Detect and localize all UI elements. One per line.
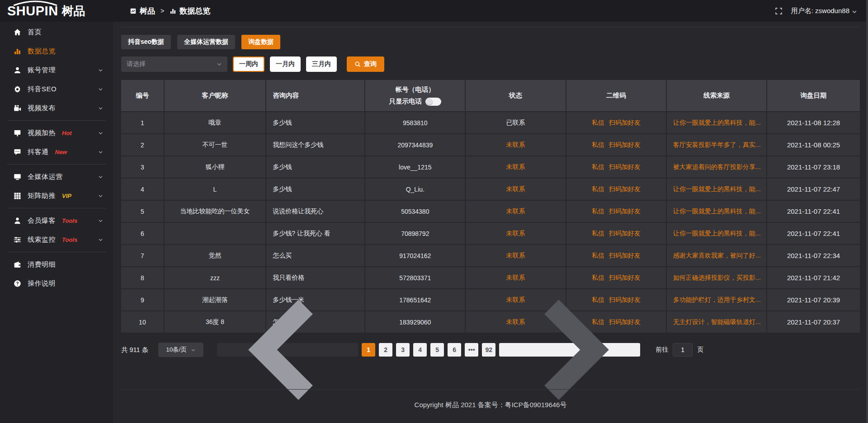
- prev-page-button[interactable]: [217, 343, 358, 357]
- sidebar-item[interactable]: 数据总览: [0, 42, 113, 61]
- source-link[interactable]: 感谢大家喜欢我家，被问了好...: [673, 252, 761, 259]
- chevron-down-icon: [98, 106, 103, 111]
- private-message-link[interactable]: 私信: [592, 119, 604, 126]
- col-header-id: 编号: [121, 80, 164, 112]
- scan-add-friend-link[interactable]: 扫码加好友: [609, 163, 641, 170]
- scan-add-friend-link[interactable]: 扫码加好友: [609, 141, 641, 148]
- sidebar-item[interactable]: 会员爆客 Tools: [0, 211, 113, 230]
- cell-qrcode: 私信 扫码加好友: [566, 244, 666, 267]
- app-logo: SHUPIN 树品: [0, 0, 113, 22]
- logo-text-cn: 树品: [62, 3, 85, 19]
- breadcrumb-item-current[interactable]: 数据总览: [170, 6, 210, 16]
- range-buttons: 一周内 一月内 三月内: [233, 56, 337, 72]
- private-message-link[interactable]: 私信: [592, 185, 604, 193]
- sidebar-item[interactable]: 视频发布: [0, 99, 113, 118]
- range-button[interactable]: 三月内: [306, 56, 337, 72]
- private-message-link[interactable]: 私信: [592, 252, 604, 259]
- sidebar-item[interactable]: 抖音SEO: [0, 80, 113, 99]
- sidebar-item-badge: New: [55, 149, 67, 155]
- sidebar-item-icon: [14, 85, 21, 93]
- scan-add-friend-link[interactable]: 扫码加好友: [609, 207, 641, 215]
- cell-source: 让你一眼就爱上的黑科技，能...: [666, 222, 767, 244]
- page-number-button[interactable]: 4: [413, 343, 427, 357]
- breadcrumb-item-home[interactable]: 树品: [130, 6, 155, 16]
- source-link[interactable]: 被大家追着问的客厅投影分享...: [673, 163, 761, 170]
- sidebar-item[interactable]: 矩阵助推 VIP: [0, 186, 113, 205]
- toggle-knob: [426, 99, 433, 105]
- page-number-button[interactable]: 3: [396, 343, 410, 357]
- page-number-button[interactable]: 1: [362, 343, 375, 357]
- phone-only-toggle[interactable]: [425, 98, 441, 106]
- range-button[interactable]: 一月内: [270, 56, 301, 72]
- data-tab[interactable]: 全媒体运营数据: [177, 35, 235, 49]
- next-page-button[interactable]: [499, 343, 640, 357]
- scan-add-friend-link[interactable]: 扫码加好友: [609, 185, 641, 193]
- page-size-select[interactable]: 10条/页: [158, 343, 203, 357]
- col-header-status: 状态: [465, 80, 566, 112]
- fullscreen-icon[interactable]: [775, 7, 783, 15]
- source-link[interactable]: 让你一眼就爱上的黑科技，能...: [673, 119, 761, 126]
- cell-content: 说说价格让我死心: [266, 200, 365, 222]
- source-link[interactable]: 客厅安装投影半年多了，真实...: [673, 141, 761, 148]
- private-message-link[interactable]: 私信: [592, 207, 604, 215]
- page-number-button[interactable]: •••: [465, 343, 478, 357]
- page-number-button[interactable]: 5: [430, 343, 444, 357]
- goto-page-input[interactable]: [673, 343, 693, 357]
- goto-suffix: 页: [697, 346, 703, 354]
- scan-add-friend-link[interactable]: 扫码加好友: [609, 274, 641, 281]
- page-number-button[interactable]: 6: [448, 343, 461, 357]
- scan-add-friend-link[interactable]: 扫码加好友: [609, 230, 641, 237]
- page-number-button[interactable]: 92: [482, 343, 495, 357]
- source-link[interactable]: 多功能护栏灯，适用于乡村文...: [673, 296, 761, 303]
- private-message-link[interactable]: 私信: [592, 141, 604, 148]
- source-link[interactable]: 让你一眼就爱上的黑科技，能...: [673, 230, 761, 237]
- page-number-button[interactable]: 2: [379, 343, 392, 357]
- chevron-down-icon: [98, 237, 103, 242]
- scrollbar-track[interactable]: [866, 0, 868, 423]
- cell-content: 多少钱: [266, 112, 365, 134]
- source-link[interactable]: 让你一眼就爱上的黑科技，能...: [673, 207, 761, 215]
- sidebar-item[interactable]: 抖客通 New: [0, 142, 113, 161]
- cell-date: 2021-11-07 20:37: [767, 311, 860, 333]
- private-message-link[interactable]: 私信: [592, 230, 604, 237]
- sidebar-divider: [7, 164, 106, 164]
- data-tab[interactable]: 抖音seo数据: [121, 35, 171, 49]
- account-select[interactable]: 请选择: [121, 56, 227, 72]
- logo-text-en: SHUPIN: [7, 5, 58, 18]
- cell-status: 未联系: [465, 178, 566, 200]
- private-message-link[interactable]: 私信: [592, 274, 604, 281]
- sidebar-divider: [7, 252, 106, 252]
- page-size-label: 10条/页: [166, 346, 187, 354]
- cell-content: 多少钱: [266, 178, 365, 200]
- private-message-link[interactable]: 私信: [592, 163, 604, 170]
- range-button[interactable]: 一周内: [233, 56, 264, 72]
- data-tab[interactable]: 询盘数据: [241, 35, 280, 49]
- scan-add-friend-link[interactable]: 扫码加好友: [609, 252, 641, 259]
- sidebar-item[interactable]: 全媒体运营: [0, 167, 113, 186]
- sidebar-item[interactable]: 首页: [0, 23, 113, 42]
- source-link[interactable]: 让你一眼就爱上的黑科技，能...: [673, 185, 761, 193]
- scan-add-friend-link[interactable]: 扫码加好友: [609, 119, 641, 126]
- sidebar-divider: [7, 208, 106, 208]
- cell-date: 2021-11-07 22:41: [767, 200, 860, 222]
- filter-bar: 请选择 一周内 一月内 三月内 查询: [121, 56, 860, 72]
- user-menu[interactable]: 用户名: zswodun88: [791, 7, 857, 15]
- cell-account: 572803371: [365, 267, 465, 289]
- search-button[interactable]: 查询: [347, 56, 384, 72]
- cell-status: 未联系: [465, 134, 566, 156]
- sidebar-item[interactable]: 账号管理: [0, 61, 113, 80]
- sidebar-item[interactable]: 消费明细: [0, 255, 113, 274]
- source-link[interactable]: 如何正确选择投影仪，买投影...: [673, 274, 761, 281]
- chevron-down-icon: [98, 131, 103, 136]
- cell-index: 10: [121, 311, 164, 333]
- table-row: 7 觉然 怎么买 917024162 未联系 私信 扫码加好友 感谢大家喜欢我家…: [121, 244, 860, 267]
- cell-status: 未联系: [465, 244, 566, 267]
- sidebar-item[interactable]: 线索监控 Tools: [0, 230, 113, 249]
- sidebar-item-icon: [14, 104, 21, 112]
- sidebar-item[interactable]: 视频加热 Hot: [0, 123, 113, 142]
- source-link[interactable]: 无主灯设计，智能磁吸轨道灯...: [673, 318, 761, 325]
- sidebar-item[interactable]: 操作说明: [0, 274, 113, 293]
- cell-nickname: 哦章: [164, 112, 266, 134]
- cell-account: 2097344839: [365, 134, 465, 156]
- sidebar-item-icon: [14, 192, 21, 200]
